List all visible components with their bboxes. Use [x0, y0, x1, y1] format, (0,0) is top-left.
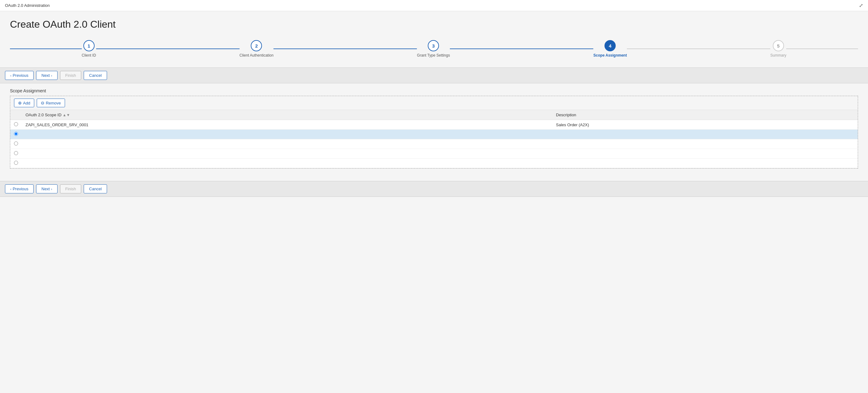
next-button-bottom[interactable]: Next ›	[36, 184, 57, 193]
stepper-label-3: Grant Type Settings	[417, 53, 450, 58]
page-header: Create OAuth 2.0 Client 1 Client ID 2 Cl…	[0, 11, 868, 67]
row-radio-input[interactable]	[14, 151, 18, 155]
col-select	[10, 110, 22, 120]
add-button[interactable]: ⊕ Add	[14, 99, 34, 107]
scope-table-container: ⊕ Add ⊖ Remove OAuth 2.0 Scope ID ▲▼ Des…	[10, 96, 858, 168]
next-button-top[interactable]: Next ›	[36, 71, 57, 80]
stepper-label-4: Scope Assignment	[593, 53, 627, 58]
external-link-icon[interactable]: ⤢	[859, 2, 863, 8]
stepper-line-3-4	[450, 48, 593, 49]
stepper-circle-2: 2	[251, 40, 262, 51]
stepper-label-2: Client Authentication	[240, 53, 274, 58]
stepper-circle-3: 3	[428, 40, 439, 51]
stepper-line-2-3	[274, 48, 417, 49]
previous-button-top[interactable]: ‹ Previous	[5, 71, 34, 80]
row-radio-input[interactable]	[14, 161, 18, 165]
row-scope-id: ZAPI_SALES_ORDER_SRV_0001	[22, 120, 552, 130]
col-description: Description	[552, 110, 858, 120]
table-row	[10, 130, 858, 139]
top-toolbar: ‹ Previous Next › Finish Cancel	[0, 67, 868, 83]
row-description	[552, 159, 858, 168]
page-title: Create OAuth 2.0 Client	[10, 19, 858, 30]
col-scope-id: OAuth 2.0 Scope ID ▲▼	[22, 110, 552, 120]
row-radio-input[interactable]	[14, 122, 18, 126]
prev-arrow-icon-top: ‹	[10, 74, 11, 77]
cancel-button-top[interactable]: Cancel	[84, 71, 107, 80]
table-header-row: OAuth 2.0 Scope ID ▲▼ Description	[10, 110, 858, 120]
row-scope-id	[22, 139, 552, 149]
remove-icon: ⊖	[41, 100, 44, 105]
row-radio-cell[interactable]	[10, 149, 22, 159]
stepper-line-start	[10, 48, 82, 49]
scope-table: OAuth 2.0 Scope ID ▲▼ Description ZAPI_S…	[10, 110, 858, 168]
remove-button[interactable]: ⊖ Remove	[37, 99, 65, 107]
row-scope-id	[22, 159, 552, 168]
add-icon: ⊕	[18, 100, 22, 105]
finish-button-top[interactable]: Finish	[60, 71, 82, 80]
stepper-circle-4: 4	[604, 40, 616, 51]
stepper-step-2: 2 Client Authentication	[240, 40, 274, 58]
finish-button-bottom[interactable]: Finish	[60, 184, 82, 193]
row-radio-input[interactable]	[14, 132, 18, 136]
row-radio-cell[interactable]	[10, 120, 22, 130]
prev-arrow-icon-bottom: ‹	[10, 187, 11, 191]
table-row	[10, 139, 858, 149]
row-description	[552, 130, 858, 139]
row-description: Sales Order (A2X)	[552, 120, 858, 130]
stepper: 1 Client ID 2 Client Authentication 3 Gr…	[10, 38, 858, 63]
stepper-step-5: 5 Summary	[770, 40, 786, 58]
row-scope-id	[22, 130, 552, 139]
stepper-line-1-2	[96, 48, 240, 49]
main-content: Scope Assignment ⊕ Add ⊖ Remove OAuth 2.…	[0, 83, 868, 173]
stepper-label-1: Client ID	[82, 53, 96, 58]
row-radio-input[interactable]	[14, 141, 18, 145]
stepper-step-4: 4 Scope Assignment	[593, 40, 627, 58]
row-description	[552, 149, 858, 159]
sort-icon: ▲▼	[63, 113, 70, 117]
row-scope-id	[22, 149, 552, 159]
next-arrow-icon-bottom: ›	[51, 187, 52, 191]
previous-button-bottom[interactable]: ‹ Previous	[5, 184, 34, 193]
stepper-step-3: 3 Grant Type Settings	[417, 40, 450, 58]
cancel-button-bottom[interactable]: Cancel	[84, 184, 107, 193]
title-bar-label: OAuth 2.0 Administration	[5, 3, 50, 8]
next-arrow-icon-top: ›	[51, 74, 52, 77]
stepper-line-end	[786, 48, 858, 49]
table-row	[10, 159, 858, 168]
stepper-line-4-5	[627, 48, 770, 49]
table-actions: ⊕ Add ⊖ Remove	[10, 96, 858, 110]
title-bar: OAuth 2.0 Administration ⤢	[0, 0, 868, 11]
row-radio-cell[interactable]	[10, 139, 22, 149]
row-radio-cell[interactable]	[10, 159, 22, 168]
stepper-step-1: 1 Client ID	[82, 40, 96, 58]
table-row	[10, 149, 858, 159]
table-row: ZAPI_SALES_ORDER_SRV_0001Sales Order (A2…	[10, 120, 858, 130]
stepper-circle-1: 1	[83, 40, 95, 51]
row-description	[552, 139, 858, 149]
stepper-circle-5: 5	[773, 40, 784, 51]
bottom-toolbar: ‹ Previous Next › Finish Cancel	[0, 181, 868, 197]
section-title: Scope Assignment	[10, 88, 858, 93]
row-radio-cell[interactable]	[10, 130, 22, 139]
stepper-label-5: Summary	[770, 53, 786, 58]
